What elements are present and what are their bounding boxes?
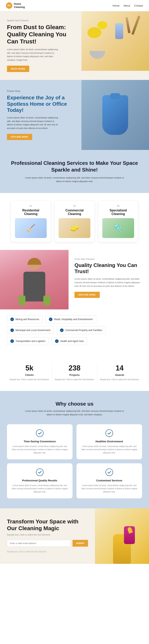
- tag-transportation: ✓ Transportation and Logistics: [7, 337, 49, 345]
- tag-check-icon-5: ✓: [10, 339, 14, 343]
- nav-link-contact[interactable]: Contact: [134, 4, 143, 7]
- why-card-customized: Customized Services Lorem ipsum dolor si…: [76, 463, 142, 498]
- spotless-body: Lorem ipsum dolor sit amet, consectetuar…: [7, 116, 59, 130]
- tags-row-1: ✓ Mining and Resources ✓ Retail, Hospita…: [7, 315, 142, 323]
- hero-body: Lorem ipsum dolor sit amet, consectetuar…: [7, 48, 59, 62]
- stat-desc-clients: Sample text. Click to select the Text El…: [9, 378, 50, 381]
- card-title-3: SpecializedCleaning: [102, 209, 134, 216]
- hero-title: From Dust to Gleam: Quality Cleaning You…: [7, 24, 67, 45]
- why-title: Why choose us: [7, 401, 142, 407]
- stat-desc-projects: Sample text. Click to select the Text El…: [54, 378, 95, 381]
- why-card-body-1: Lorem ipsum dolor sit amet, consectetuar…: [11, 445, 69, 454]
- tags-row-3: ✓ Transportation and Logistics ✓ Health …: [7, 337, 142, 345]
- stat-number-projects: 238: [54, 364, 95, 372]
- why-card-body-3: Lorem ipsum dolor sit amet, consectetuar…: [11, 484, 69, 494]
- nav-link-about[interactable]: About: [123, 4, 130, 7]
- tag-check-icon-4: ✓: [60, 328, 64, 332]
- svg-point-3: [106, 469, 113, 476]
- tag-municipal: ✓ Municipal and Local Government: [7, 326, 54, 334]
- stat-desc-awards: Sample text. Click to select the Text El…: [99, 378, 140, 381]
- why-section: Why choose us Lorem ipsum dolor sit amet…: [0, 391, 149, 508]
- quality-eyebrow: Fresh Start Cleaners: [75, 258, 143, 260]
- stat-awards: 14 Awards Sample text. Click to select t…: [97, 360, 142, 385]
- tags-section: ✓ Mining and Resources ✓ Retail, Hospita…: [0, 310, 149, 354]
- customized-icon: [105, 468, 113, 476]
- professional-body: Lorem ipsum dolor sit amet, consectetuar…: [25, 176, 124, 183]
- svg-point-1: [106, 430, 113, 437]
- spotless-eyebrow: Pristine Shine: [7, 90, 75, 92]
- logo-icon: HC: [6, 2, 12, 9]
- quality-title: Quality Cleaning You Can Trust!: [75, 262, 143, 274]
- stat-number-clients: 5k: [9, 364, 50, 372]
- cta-footer-text: Sample text. Click to select the Text El…: [7, 550, 88, 553]
- card-residential: 01 ResidentialCleaning 🧹: [11, 201, 51, 242]
- quality-section: Fresh Start Cleaners Quality Cleaning Yo…: [0, 250, 149, 310]
- card-image-3: 🫧: [102, 218, 134, 238]
- cta-title: Transform Your Space with Our Cleaning M…: [7, 518, 88, 532]
- cta-submit-button[interactable]: SUBMIT: [73, 540, 88, 546]
- stat-label-projects: Projects: [54, 374, 95, 376]
- timesaving-icon: [36, 429, 44, 437]
- tag-check-icon: ✓: [10, 318, 14, 321]
- stats-section: 5k Clients Sample text. Click to select …: [0, 354, 149, 391]
- why-grid: Time-Saving Convenience Lorem ipsum dolo…: [7, 424, 142, 498]
- quality-content: Fresh Start Cleaners Quality Cleaning Yo…: [69, 250, 149, 310]
- why-card-body-4: Lorem ipsum dolor sit amet, consectetuar…: [80, 484, 138, 494]
- svg-point-0: [36, 430, 43, 437]
- cta-content: Transform Your Space with Our Cleaning M…: [0, 508, 95, 564]
- cards-row: 01 ResidentialCleaning 🧹 02 CommercialCl…: [6, 201, 143, 242]
- hero-image: [81, 11, 149, 80]
- card-image-2: 🧽: [59, 218, 90, 238]
- logo[interactable]: HC Home Cleaning: [6, 2, 25, 9]
- spotless-section: Pristine Shine Experience the Joy of a S…: [0, 80, 149, 150]
- cta-form: SUBMIT: [7, 540, 88, 546]
- tag-check-icon-2: ✓: [49, 318, 52, 321]
- why-card-healthier: Healthier Environment Lorem ipsum dolor …: [76, 424, 142, 459]
- card-commercial: 02 CommercialCleaning 🧽: [55, 201, 94, 242]
- why-header: Why choose us Lorem ipsum dolor sit amet…: [7, 401, 142, 416]
- hero-content: Sparkle Spot Cleaners From Dust to Gleam…: [0, 11, 81, 80]
- cards-section: 01 ResidentialCleaning 🧹 02 CommercialCl…: [0, 193, 149, 250]
- spotless-content: Pristine Shine Experience the Joy of a S…: [0, 80, 81, 150]
- spotless-image: [81, 80, 149, 150]
- nav-link-home[interactable]: Home: [113, 4, 120, 7]
- cta-section: Transform Your Space with Our Cleaning M…: [0, 508, 149, 564]
- tag-commercial-property: ✓ Commercial Property and Facilities: [57, 326, 105, 334]
- professional-section: Professional Cleaning Services to Make Y…: [0, 150, 149, 193]
- quality-image: [0, 250, 69, 310]
- card-number-1: 01: [15, 205, 47, 207]
- navbar: HC Home Cleaning Home About Contact: [0, 0, 149, 11]
- spotless-title: Experience the Joy of a Spotless Home or…: [7, 94, 75, 113]
- cta-image: [95, 508, 149, 564]
- stat-number-awards: 14: [99, 364, 140, 372]
- tag-check-icon-6: ✓: [55, 339, 59, 343]
- why-body: Lorem ipsum dolor sit amet, consectetuar…: [25, 409, 124, 416]
- professional-icon: [36, 468, 44, 476]
- quality-body: Lorem ipsum dolor sit amet, consectetuar…: [75, 277, 143, 288]
- nav-links: Home About Contact: [113, 4, 143, 7]
- hero-eyebrow: Sparkle Spot Cleaners: [7, 19, 75, 22]
- tag-health: ✓ Health and Aged Care: [52, 337, 87, 345]
- stat-label-clients: Clients: [9, 374, 50, 376]
- why-card-title-2: Healthier Environment: [80, 440, 138, 443]
- professional-title: Professional Cleaning Services to Make Y…: [7, 160, 142, 173]
- stat-projects: 238 Projects Sample text. Click to selec…: [52, 360, 97, 385]
- card-title-2: CommercialCleaning: [59, 209, 90, 216]
- why-card-professional: Professional Quality Results Lorem ipsum…: [7, 463, 73, 498]
- tag-mining: ✓ Mining and Resources: [7, 315, 43, 323]
- card-number-2: 02: [59, 205, 90, 207]
- svg-point-2: [36, 469, 43, 476]
- cta-email-input[interactable]: [7, 540, 71, 546]
- spotless-cta-button[interactable]: EXPLORE MORE: [7, 134, 32, 140]
- tag-check-icon-3: ✓: [10, 328, 14, 332]
- tag-retail: ✓ Retail, Hospitality and Entertainment: [46, 315, 96, 323]
- why-card-body-2: Lorem ipsum dolor sit amet, consectetuar…: [80, 445, 138, 454]
- quality-cta-button[interactable]: EXPLORE MORE: [75, 292, 100, 298]
- why-card-timesaving: Time-Saving Convenience Lorem ipsum dolo…: [7, 424, 73, 459]
- healthier-icon: [105, 429, 113, 437]
- logo-text: Home Cleaning: [14, 2, 25, 8]
- card-specialized: 03 SpecializedCleaning 🫧: [98, 201, 138, 242]
- why-card-title-4: Customized Services: [80, 479, 138, 482]
- hero-cta-button[interactable]: READ MORE: [7, 66, 29, 72]
- cta-subtitle: Sample text. Click to select the Text El…: [7, 534, 88, 536]
